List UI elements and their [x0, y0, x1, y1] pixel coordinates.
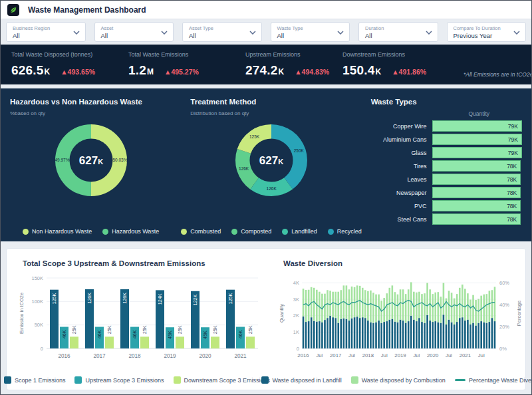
waste-type-bar[interactable]: 79K [432, 147, 522, 158]
landfill-bar[interactable] [383, 322, 385, 348]
legend-item-combusted[interactable]: Combusted [181, 228, 221, 235]
combustion-bar[interactable] [494, 287, 496, 321]
combustion-bar[interactable] [405, 294, 407, 323]
combustion-bar[interactable] [329, 291, 331, 315]
combustion-bar[interactable] [375, 295, 377, 323]
combustion-bar[interactable] [462, 285, 464, 317]
landfill-bar[interactable] [364, 318, 366, 348]
bar-downstream-scope-3-emissions[interactable] [211, 336, 219, 348]
landfill-bar[interactable] [356, 317, 358, 348]
landfill-bar[interactable] [410, 316, 412, 348]
landfill-bar[interactable] [392, 319, 394, 348]
landfill-bar[interactable] [440, 323, 442, 348]
waste-type-bar[interactable]: 78K [432, 200, 521, 211]
combustion-bar[interactable] [359, 286, 361, 318]
landfill-bar[interactable] [486, 323, 488, 348]
combustion-bar[interactable] [469, 300, 471, 325]
combustion-bar[interactable] [370, 291, 372, 323]
combustion-bar[interactable] [456, 294, 458, 322]
landfill-bar[interactable] [483, 323, 485, 348]
filter-compare-to-duration[interactable]: Compare To Duration Previous Year [447, 22, 527, 42]
bar-downstream-scope-3-emissions[interactable] [176, 336, 184, 348]
landfill-bar[interactable] [448, 320, 450, 348]
landfill-bar[interactable] [348, 321, 350, 348]
combustion-bar[interactable] [418, 292, 420, 318]
combustion-bar[interactable] [472, 295, 474, 323]
legend-item-composted[interactable]: Composted [231, 228, 271, 235]
landfill-bar[interactable] [491, 318, 493, 348]
combustion-bar[interactable] [402, 289, 404, 321]
combustion-bar[interactable] [340, 290, 342, 319]
landfill-bar[interactable] [432, 322, 434, 348]
filter-business-region[interactable]: Business Region All [6, 22, 86, 42]
combustion-bar[interactable] [397, 295, 399, 323]
waste-type-bar[interactable]: 78K [432, 160, 521, 172]
legend-item-recycled[interactable]: Recycled [328, 228, 362, 235]
landfill-bar[interactable] [351, 319, 353, 348]
combustion-bar[interactable] [421, 294, 423, 322]
combustion-bar[interactable] [386, 293, 388, 321]
filter-waste-type[interactable]: Waste Type All [271, 22, 350, 42]
landfill-bar[interactable] [434, 321, 436, 348]
combustion-bar[interactable] [475, 300, 477, 325]
legend-item-scope-1-emissions[interactable]: Scope 1 Emissions [4, 376, 66, 384]
legend-item-non-hazardous-waste[interactable]: Non Hazardous Waste [23, 228, 92, 235]
combustion-bar[interactable] [438, 292, 440, 322]
legend-item-waste-disposed-by-combustion[interactable]: Waste disposed by Combustion [351, 376, 446, 384]
landfill-bar[interactable] [443, 315, 445, 348]
landfill-bar[interactable] [454, 325, 456, 348]
landfill-bar[interactable] [462, 317, 464, 348]
landfill-bar[interactable] [489, 322, 491, 348]
combustion-bar[interactable] [459, 288, 461, 318]
legend-item-percentage-waste-divert[interactable]: Percentage Waste Divert [455, 376, 532, 384]
waste-type-bar[interactable]: 79K [432, 134, 522, 145]
combustion-bar[interactable] [416, 293, 418, 321]
combustion-bar[interactable] [410, 282, 412, 315]
landfill-bar[interactable] [469, 325, 471, 348]
landfill-bar[interactable] [424, 323, 426, 348]
combustion-bar[interactable] [489, 291, 491, 322]
landfill-bar[interactable] [378, 321, 380, 348]
landfill-bar[interactable] [421, 322, 423, 348]
landfill-bar[interactable] [372, 323, 374, 348]
landfill-bar[interactable] [334, 318, 336, 348]
landfill-bar[interactable] [316, 322, 318, 348]
filter-asset[interactable]: Asset All [94, 22, 174, 42]
landfill-bar[interactable] [321, 323, 323, 348]
landfill-bar[interactable] [416, 321, 418, 348]
landfill-bar[interactable] [438, 323, 440, 348]
combustion-bar[interactable] [451, 293, 453, 322]
bar-downstream-scope-3-emissions[interactable] [70, 336, 78, 348]
landfill-bar[interactable] [397, 323, 399, 348]
landfill-bar[interactable] [429, 321, 431, 348]
landfill-bar[interactable] [418, 318, 420, 348]
landfill-bar[interactable] [359, 318, 361, 348]
landfill-bar[interactable] [459, 318, 461, 348]
landfill-bar[interactable] [354, 317, 356, 348]
combustion-bar[interactable] [464, 289, 466, 321]
waste-type-bar[interactable]: 78K [432, 213, 521, 225]
landfill-bar[interactable] [456, 322, 458, 348]
landfill-bar[interactable] [308, 321, 310, 348]
bar-downstream-scope-3-emissions[interactable] [105, 336, 114, 348]
filter-asset-type[interactable]: Asset Type All [182, 22, 262, 42]
combustion-bar[interactable] [426, 283, 428, 315]
combustion-bar[interactable] [337, 292, 339, 323]
combustion-bar[interactable] [334, 292, 336, 318]
landfill-bar[interactable] [305, 322, 307, 348]
landfill-bar[interactable] [394, 322, 396, 348]
waste-type-bar[interactable]: 78K [432, 174, 521, 185]
percentage-diverted-line[interactable] [303, 301, 495, 311]
combustion-bar[interactable] [305, 290, 307, 322]
combustion-bar[interactable] [483, 295, 485, 323]
combustion-bar[interactable] [380, 301, 382, 323]
landfill-bar[interactable] [327, 318, 329, 348]
combustion-bar[interactable] [454, 299, 456, 325]
landfill-bar[interactable] [375, 323, 377, 348]
leaf-logo[interactable] [7, 4, 19, 16]
combustion-bar[interactable] [367, 291, 369, 321]
combustion-bar[interactable] [467, 293, 469, 319]
landfill-bar[interactable] [380, 323, 382, 348]
landfill-bar[interactable] [426, 315, 428, 348]
landfill-bar[interactable] [475, 325, 477, 348]
